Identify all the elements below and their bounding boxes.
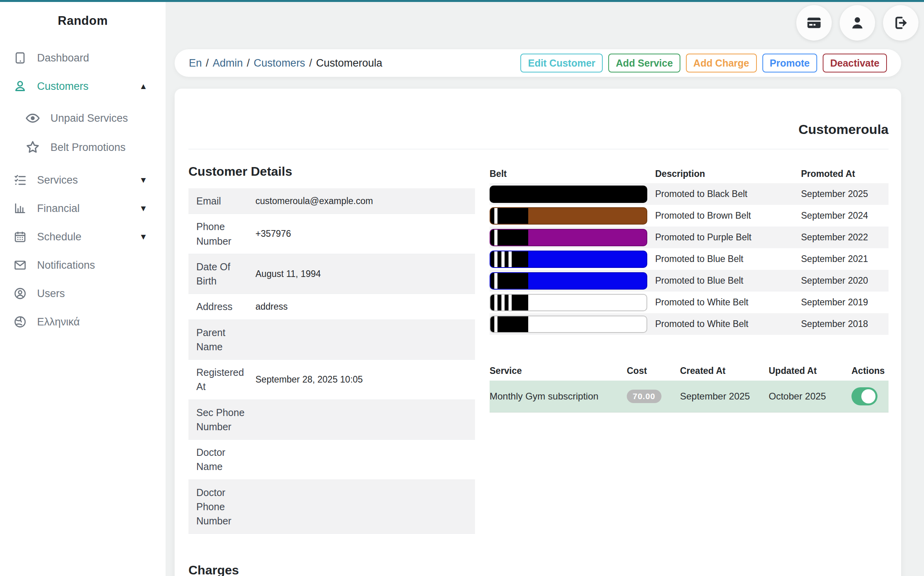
customer-action-buttons: Edit Customer Add Service Add Charge Pro… xyxy=(520,54,887,72)
sidebar-item-services[interactable]: Services ▼ xyxy=(0,166,166,194)
col-header-description: Description xyxy=(655,169,801,179)
logout-button[interactable] xyxy=(883,5,918,41)
sidebar-item-label: Notifications xyxy=(37,259,95,271)
topbar-actions xyxy=(796,5,918,41)
breadcrumb-link-customers[interactable]: Customers xyxy=(254,57,306,69)
belt-row: Promoted to Blue Belt September 2021 xyxy=(490,248,889,270)
detail-row-registered-at: Registered At September 28, 2025 10:05 xyxy=(188,360,475,400)
sidebar-item-belt-promotions[interactable]: Belt Promotions xyxy=(0,133,166,162)
detail-label: Phone Number xyxy=(188,214,255,254)
detail-label: Address xyxy=(188,294,255,319)
service-created-at: September 2025 xyxy=(680,391,769,402)
sidebar-item-label: Users xyxy=(37,288,65,300)
person-circle-icon xyxy=(13,287,27,300)
detail-value: September 28, 2025 10:05 xyxy=(255,374,475,385)
brown-belt-graphic xyxy=(490,207,647,225)
belt-promoted-at: September 2022 xyxy=(801,232,889,243)
bar-chart-icon xyxy=(13,202,27,215)
sidebar-item-users[interactable]: Users xyxy=(0,279,166,308)
sidebar: Random Dashboard Customers ▲ Unpaid Serv… xyxy=(0,2,166,576)
belt-description: Promoted to Blue Belt xyxy=(655,275,801,286)
add-service-button[interactable]: Add Service xyxy=(608,54,680,72)
belt-table-header: Belt Description Promoted At xyxy=(490,164,889,183)
belt-row: Promoted to Purple Belt September 2022 xyxy=(490,227,889,248)
col-header-belt: Belt xyxy=(490,169,655,179)
sidebar-item-label: Belt Promotions xyxy=(50,141,126,154)
sidebar-item-customers[interactable]: Customers ▲ xyxy=(0,72,166,100)
detail-value: August 11, 1994 xyxy=(255,269,475,279)
breadcrumb-separator: / xyxy=(247,57,250,69)
belt-description: Promoted to Purple Belt xyxy=(655,232,801,243)
title-divider xyxy=(188,149,889,149)
deactivate-button[interactable]: Deactivate xyxy=(823,54,887,72)
purple-belt-graphic xyxy=(490,229,647,246)
service-active-toggle[interactable] xyxy=(851,387,877,405)
belt-promoted-at: September 2018 xyxy=(801,319,889,329)
envelope-icon xyxy=(13,258,27,272)
belt-promoted-at: September 2024 xyxy=(801,210,889,221)
col-header-updated-at: Updated At xyxy=(769,366,851,376)
white-belt-graphic xyxy=(490,316,647,333)
blue-belt-graphic xyxy=(490,272,647,290)
person-icon xyxy=(13,80,27,93)
services-table: Service Cost Created At Updated At Actio… xyxy=(490,361,889,412)
detail-row-doctor-phone: Doctor Phone Number xyxy=(188,480,475,534)
breadcrumb-bar: En/Admin/Customers/Customeroula Edit Cus… xyxy=(175,49,901,77)
tablet-icon xyxy=(13,51,27,65)
belt-description: Promoted to White Belt xyxy=(655,297,801,308)
customer-details-section: Customer Details Email customeroula@exam… xyxy=(188,164,475,534)
edit-customer-button[interactable]: Edit Customer xyxy=(520,54,603,72)
credit-card-icon xyxy=(806,15,822,31)
globe-icon xyxy=(13,315,27,329)
belt-table: Belt Description Promoted At Promoted to… xyxy=(490,164,889,335)
cost-badge: 70.00 xyxy=(627,390,661,403)
sidebar-item-unpaid-services[interactable]: Unpaid Services xyxy=(0,104,166,133)
black-belt-graphic xyxy=(490,186,647,203)
breadcrumb-separator: / xyxy=(206,57,209,69)
caret-up-icon: ▲ xyxy=(139,82,147,91)
breadcrumb: En/Admin/Customers/Customeroula xyxy=(189,57,382,69)
profile-button[interactable] xyxy=(840,5,875,41)
detail-value: customeroula@example.com xyxy=(255,196,475,206)
detail-row-phone: Phone Number +357976 xyxy=(188,214,475,254)
sidebar-item-notifications[interactable]: Notifications xyxy=(0,251,166,279)
sidebar-item-schedule[interactable]: Schedule ▼ xyxy=(0,223,166,251)
sidebar-item-financial[interactable]: Financial ▼ xyxy=(0,194,166,223)
blue-belt-graphic xyxy=(490,251,647,268)
charges-section: Charges Service Total Amount Month Year … xyxy=(188,563,889,576)
belt-promoted-at: September 2021 xyxy=(801,254,889,264)
sidebar-item-label: Ελληνικά xyxy=(37,316,80,328)
customer-details-heading: Customer Details xyxy=(188,164,475,179)
breadcrumb-link-en[interactable]: En xyxy=(189,57,202,69)
belt-row: Promoted to Black Belt September 2025 xyxy=(490,183,889,205)
belt-description: Promoted to Brown Belt xyxy=(655,210,801,221)
detail-label: Sec Phone Number xyxy=(188,400,255,440)
belt-row: Promoted to Blue Belt September 2020 xyxy=(490,270,889,292)
charges-heading: Charges xyxy=(188,563,889,576)
belt-history-section: Belt Description Promoted At Promoted to… xyxy=(490,164,889,534)
sidebar-item-dashboard[interactable]: Dashboard xyxy=(0,44,166,72)
detail-value: address xyxy=(255,301,475,312)
sidebar-item-label: Unpaid Services xyxy=(50,112,128,124)
belt-description: Promoted to Blue Belt xyxy=(655,254,801,264)
sidebar-item-language-greek[interactable]: Ελληνικά xyxy=(0,308,166,336)
detail-label: Doctor Phone Number xyxy=(188,480,255,534)
service-name: Monthly Gym subscription xyxy=(490,391,627,402)
caret-down-icon: ▼ xyxy=(139,204,147,213)
detail-row-email: Email customeroula@example.com xyxy=(188,188,475,214)
detail-row-parent-name: Parent Name xyxy=(188,320,475,360)
promote-button[interactable]: Promote xyxy=(762,54,817,72)
detail-value: +357976 xyxy=(255,229,475,239)
detail-label: Email xyxy=(188,188,255,214)
add-charge-button[interactable]: Add Charge xyxy=(686,54,757,72)
sidebar-item-label: Services xyxy=(37,174,78,186)
breadcrumb-link-admin[interactable]: Admin xyxy=(213,57,243,69)
col-header-created-at: Created At xyxy=(680,366,769,376)
detail-label: Doctor Name xyxy=(188,440,255,479)
payments-button[interactable] xyxy=(796,5,832,41)
detail-label: Registered At xyxy=(188,360,255,399)
sidebar-item-label: Financial xyxy=(37,203,80,215)
services-table-header: Service Cost Created At Updated At Actio… xyxy=(490,361,889,381)
caret-down-icon: ▼ xyxy=(139,175,147,185)
toggle-knob xyxy=(861,389,876,403)
